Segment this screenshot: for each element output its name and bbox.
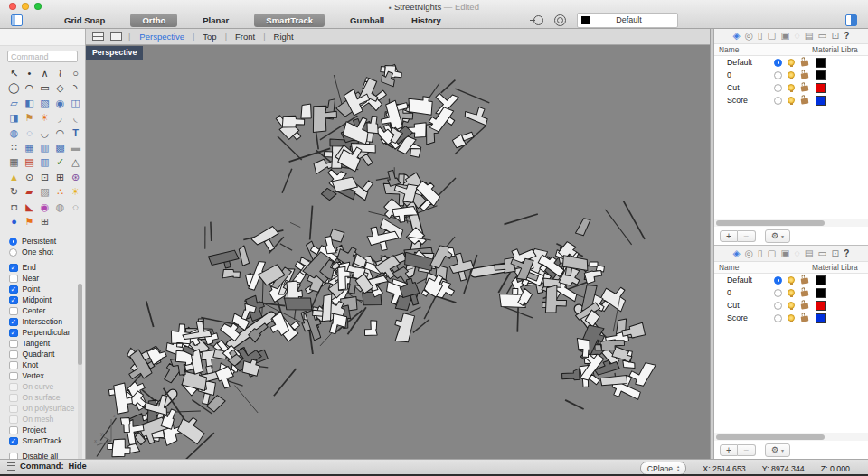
- active-layer-dropdown[interactable]: Default: [577, 13, 678, 28]
- wireframe-sphere-icon[interactable]: ◍: [52, 200, 68, 214]
- osnap-quadrant[interactable]: Quadrant: [9, 349, 85, 359]
- selection-filter-icon[interactable]: ◌: [68, 200, 83, 214]
- rendering-icon[interactable]: ▭: [818, 29, 827, 42]
- copy-icon[interactable]: ▥: [37, 140, 52, 154]
- lightbulb-icon[interactable]: ☀: [68, 184, 83, 199]
- horizontal-scrollbar[interactable]: [714, 433, 868, 441]
- box-edit-icon[interactable]: ▢: [768, 247, 777, 260]
- zoom-extents-icon[interactable]: ⊛: [68, 170, 83, 184]
- layer-color-swatch[interactable]: [816, 275, 826, 285]
- osnap-near[interactable]: Near: [9, 273, 85, 284]
- layer-row[interactable]: Default: [714, 274, 868, 286]
- layer-color-swatch[interactable]: [816, 96, 826, 106]
- panel-divider[interactable]: [710, 28, 714, 459]
- osnap-persistent[interactable]: Persistent: [9, 236, 85, 247]
- layer-visibility-bulb-icon[interactable]: [788, 71, 795, 79]
- boolean-union-icon[interactable]: ◍: [6, 126, 22, 140]
- current-layer-radio[interactable]: [774, 289, 782, 297]
- tab-right[interactable]: Right: [274, 32, 294, 42]
- rotate-view-icon[interactable]: ↻: [6, 184, 22, 199]
- cone-icon[interactable]: ▲: [6, 170, 22, 184]
- earth-icon[interactable]: ●: [6, 214, 22, 229]
- layer-lock-icon[interactable]: [801, 60, 809, 66]
- color-wheel-icon[interactable]: ◉: [37, 200, 52, 214]
- zoom-icon[interactable]: ⊙: [22, 170, 37, 184]
- rendering-icon[interactable]: ▭: [818, 247, 827, 260]
- layer-gear-menu[interactable]: ⚙ ▾: [765, 443, 790, 457]
- adjust-arc-icon[interactable]: ◡: [37, 126, 52, 140]
- layer-lock-icon[interactable]: [801, 98, 809, 104]
- notes-icon[interactable]: ▯: [758, 29, 763, 42]
- chamfer-icon[interactable]: ◟: [68, 110, 83, 125]
- box-edit-icon[interactable]: ▢: [768, 29, 777, 42]
- layer-visibility-bulb-icon[interactable]: [788, 97, 795, 104]
- osnap-on-polysurface[interactable]: On polysurface: [9, 403, 85, 414]
- osnap-midpoint[interactable]: ✓Midpoint: [9, 294, 85, 305]
- layer-lock-icon[interactable]: [801, 290, 809, 296]
- check-icon[interactable]: ✓: [52, 154, 68, 169]
- boolean-difference-icon[interactable]: ◌: [22, 126, 37, 140]
- camera-icon[interactable]: ▣: [781, 247, 790, 260]
- osnap-knot[interactable]: Knot: [9, 359, 85, 370]
- solid-box-icon[interactable]: ▧: [37, 96, 52, 110]
- materials-icon[interactable]: ▤: [805, 247, 814, 260]
- layer-color-swatch[interactable]: [816, 301, 826, 311]
- properties-icon[interactable]: ◎: [745, 247, 753, 260]
- osnap-end[interactable]: ✓End: [9, 262, 85, 273]
- display-icon[interactable]: ⊡: [832, 29, 840, 42]
- layer-row[interactable]: Cut: [714, 299, 868, 312]
- osnap-one-shot[interactable]: One shot: [9, 247, 85, 257]
- zoom-selected-icon[interactable]: ⊞: [52, 170, 68, 184]
- add-layer-button[interactable]: +: [720, 444, 738, 456]
- viewport-label[interactable]: Perspective: [86, 46, 143, 60]
- toolbar-button-history[interactable]: History: [410, 14, 443, 27]
- current-layer-radio[interactable]: [774, 302, 782, 310]
- osnap-project[interactable]: Project: [9, 425, 85, 435]
- command-history-menu-icon[interactable]: [7, 462, 15, 471]
- corner-curve-icon[interactable]: ◝: [68, 80, 83, 95]
- right-sidebar-toggle-icon[interactable]: [845, 14, 857, 26]
- layer-visibility-bulb-icon[interactable]: [788, 84, 795, 91]
- layer-row[interactable]: Score: [714, 312, 868, 324]
- solid-cylinder-icon[interactable]: ◫: [68, 96, 83, 110]
- layer-row[interactable]: 0: [714, 286, 868, 299]
- toolbar-button-gumball[interactable]: Gumball: [348, 14, 386, 27]
- osnap-on-surface[interactable]: On surface: [9, 392, 85, 403]
- layer-color-swatch[interactable]: [816, 58, 826, 68]
- osnap-smarttrack[interactable]: ✓SmartTrack: [9, 435, 85, 446]
- four-viewports-icon[interactable]: [92, 32, 104, 41]
- wedge-icon[interactable]: ◣: [22, 200, 37, 214]
- osnap-on-curve[interactable]: On curve: [9, 381, 85, 392]
- layer-row[interactable]: 0: [714, 69, 868, 81]
- extrude-surface-icon[interactable]: ◨: [6, 110, 22, 125]
- command-input[interactable]: [7, 51, 78, 62]
- layer-lock-icon[interactable]: [801, 303, 809, 309]
- sheet-copy-icon[interactable]: ▥: [37, 154, 52, 169]
- fillet-icon[interactable]: ◞: [52, 110, 68, 125]
- layer-color-swatch[interactable]: [816, 313, 826, 323]
- trim-icon[interactable]: △: [68, 154, 83, 169]
- layer-gear-menu[interactable]: ⚙ ▾: [765, 229, 790, 243]
- grid-icon[interactable]: ▦: [6, 154, 22, 169]
- array-points-icon[interactable]: ∷: [6, 140, 22, 154]
- layer-row[interactable]: Score: [714, 94, 868, 107]
- notes-icon[interactable]: ▯: [758, 247, 763, 260]
- osnap-point[interactable]: ✓Point: [9, 284, 85, 294]
- display-icon[interactable]: ⊡: [832, 247, 840, 260]
- layer-lock-icon[interactable]: [801, 85, 809, 91]
- osnap-tangent[interactable]: Tangent: [9, 338, 85, 349]
- layer-row[interactable]: Default: [714, 56, 868, 69]
- layer-color-swatch[interactable]: [816, 70, 826, 80]
- solid-sphere-icon[interactable]: ◉: [52, 96, 68, 110]
- toolbar-button-ortho[interactable]: Ortho: [130, 14, 177, 27]
- hatch-icon[interactable]: ▨: [37, 184, 52, 199]
- layer-visibility-bulb-icon[interactable]: [788, 59, 795, 66]
- flag-icon[interactable]: ⚑: [22, 214, 37, 229]
- circle-icon[interactable]: ○: [68, 66, 83, 80]
- rebuild-curve-icon[interactable]: ◠: [52, 126, 68, 140]
- array-polar-icon[interactable]: ∴: [52, 184, 68, 199]
- toolbar-button-planar[interactable]: Planar: [201, 14, 231, 27]
- text-icon[interactable]: T: [68, 126, 83, 140]
- help-icon[interactable]: ?: [844, 247, 849, 260]
- viewport[interactable]: Perspective z x y: [86, 45, 710, 459]
